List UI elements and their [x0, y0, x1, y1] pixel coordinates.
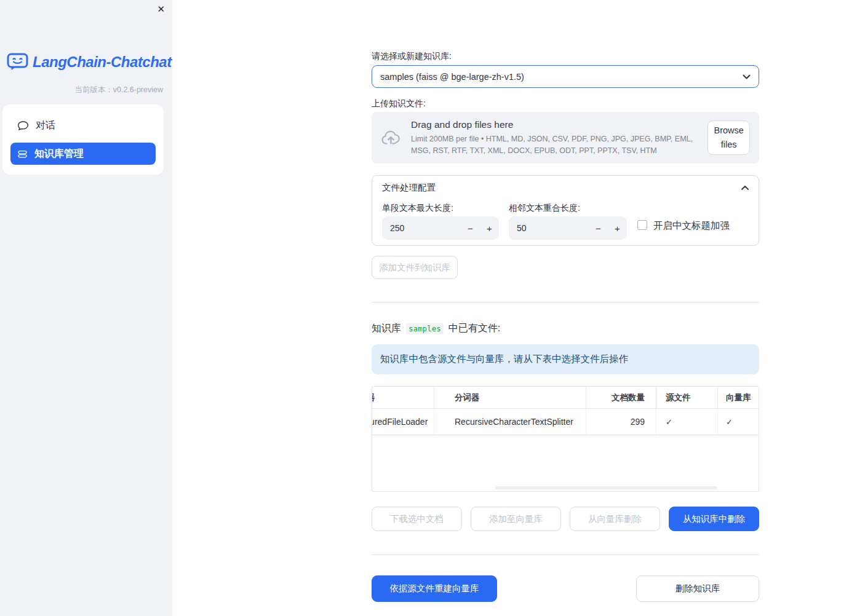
- sidebar-item-label: 对话: [36, 119, 55, 132]
- col-header-loader[interactable]: 文档加载器: [372, 387, 434, 408]
- chunk-size-plus-button[interactable]: +: [480, 216, 499, 240]
- col-header-source-file[interactable]: 源文件: [656, 387, 717, 408]
- chevron-up-icon: [741, 186, 749, 190]
- file-dropzone[interactable]: Drag and drop files here Limit 200MB per…: [372, 112, 759, 164]
- file-config-title: 文件处理配置: [382, 182, 436, 194]
- delete-kb-button[interactable]: 删除知识库: [636, 575, 759, 602]
- file-config-expander-header[interactable]: 文件处理配置: [372, 176, 759, 199]
- table-header-row: 文档加载器 分词器 文档数量 源文件 向量库: [372, 387, 759, 409]
- info-alert: 知识库中包含源文件与向量库，请从下表中选择文件后操作: [372, 344, 759, 374]
- chevron-down-icon: [743, 74, 751, 79]
- col-header-vector-store[interactable]: 向量库: [717, 387, 759, 408]
- version-label: 当前版本：v0.2.6-preview: [74, 85, 163, 95]
- col-header-doc-count[interactable]: 文档数量: [586, 387, 656, 408]
- sidebar-item-kb-management[interactable]: 知识库管理: [10, 143, 156, 165]
- app-root: ✕ LangChain-Chatchat 当前版本：v0.2.6-preview: [0, 0, 849, 616]
- logo-chat-smiley-icon: [7, 53, 28, 71]
- add-to-vectorstore-button[interactable]: 添加至向量库: [471, 507, 561, 531]
- sidebar-item-label: 知识库管理: [34, 148, 84, 160]
- overlap-size-input[interactable]: [509, 223, 589, 233]
- kb-list-icon: [17, 149, 28, 159]
- file-actions-row: 下载选中文档 添加至向量库 从向量库删除 从知识库中删除: [372, 507, 759, 531]
- cell-splitter: RecursiveCharacterTextSplitter: [434, 409, 586, 435]
- table-horizontal-scrollbar[interactable]: [495, 486, 717, 489]
- download-selected-button[interactable]: 下载选中文档: [372, 507, 462, 531]
- rebuild-vectorstore-button[interactable]: 依据源文件重建向量库: [372, 575, 497, 602]
- kb-select-value: samples (faiss @ bge-large-zh-v1.5): [380, 72, 524, 82]
- browse-files-button[interactable]: Browse files: [708, 120, 750, 155]
- cell-source-file-check: ✓: [656, 409, 717, 435]
- add-files-to-kb-button[interactable]: 添加文件到知识库: [372, 256, 458, 279]
- sidebar-item-chat[interactable]: 对话: [10, 114, 156, 136]
- file-config-expander: 文件处理配置 单段文本最大长度: − + 相邻文本重合长度: − +: [372, 175, 759, 246]
- kb-files-table[interactable]: 文档加载器 分词器 文档数量 源文件 向量库 UnstructuredFileL…: [372, 386, 759, 492]
- chunk-size-input[interactable]: [382, 223, 461, 233]
- delete-from-kb-button[interactable]: 从知识库中删除: [669, 507, 759, 531]
- kb-select[interactable]: samples (faiss @ bge-large-zh-v1.5): [372, 65, 759, 88]
- chunk-size-input-group: − +: [382, 216, 499, 240]
- chat-bubble-icon: [17, 120, 29, 131]
- logo-text: LangChain-Chatchat: [33, 53, 172, 71]
- kb-files-heading: 知识库 samples 中已有文件:: [372, 322, 500, 335]
- cell-doc-count: 299: [586, 409, 656, 435]
- upload-label: 上传知识文件:: [372, 98, 426, 109]
- zh-title-checkbox-label: 开启中文标题加强: [653, 219, 730, 232]
- col-header-splitter[interactable]: 分词器: [434, 387, 586, 408]
- divider: [372, 302, 759, 302]
- sidebar: ✕ LangChain-Chatchat 当前版本：v0.2.6-preview: [0, 0, 172, 616]
- app-logo: LangChain-Chatchat: [7, 53, 172, 71]
- dropzone-title: Drag and drop files here: [411, 119, 698, 130]
- overlap-size-minus-button[interactable]: −: [589, 216, 608, 240]
- chunk-size-label: 单段文本最大长度:: [382, 203, 453, 214]
- table-row[interactable]: UnstructuredFileLoader RecursiveCharacte…: [372, 409, 759, 435]
- sidebar-close-icon[interactable]: ✕: [157, 4, 165, 14]
- main-content: 请选择或新建知识库: samples (faiss @ bge-large-zh…: [372, 0, 759, 616]
- cell-loader: UnstructuredFileLoader: [372, 409, 434, 435]
- cloud-upload-icon: [381, 130, 401, 146]
- zh-title-checkbox[interactable]: [637, 220, 647, 230]
- dropzone-text: Drag and drop files here Limit 200MB per…: [411, 119, 698, 156]
- overlap-size-input-group: − +: [509, 216, 627, 240]
- chunk-size-minus-button[interactable]: −: [461, 216, 480, 240]
- overlap-size-label: 相邻文本重合长度:: [509, 203, 580, 214]
- kb-name-code: samples: [406, 323, 444, 334]
- cell-vector-store-check: ✓: [717, 409, 759, 435]
- sidebar-nav: 对话 知识库管理: [2, 105, 164, 175]
- delete-from-vectorstore-button[interactable]: 从向量库删除: [570, 507, 660, 531]
- divider: [372, 555, 759, 555]
- kb-select-label: 请选择或新建知识库:: [372, 51, 452, 62]
- overlap-size-plus-button[interactable]: +: [608, 216, 627, 240]
- dropzone-limit-text: Limit 200MB per file • HTML, MD, JSON, C…: [411, 133, 698, 156]
